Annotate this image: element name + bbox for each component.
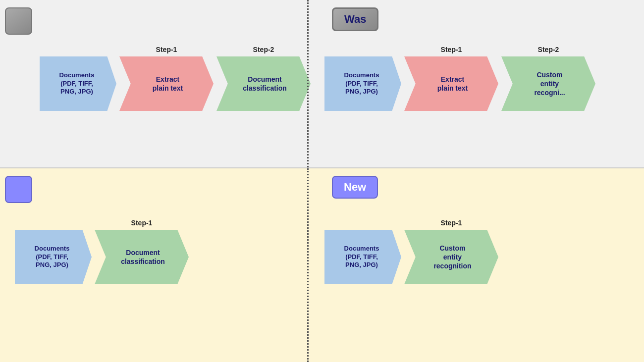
bottom-right-documents-shape: Documents(PDF, TIFF,PNG, JPG) xyxy=(324,230,401,284)
top-right-flow-item-3: Step-2 Customentityrecogni... xyxy=(501,46,595,111)
top-right-recognition-shape: Customentityrecogni... xyxy=(501,56,595,111)
main-container: Was Documents(PDF, TIFF,PNG, JPG) Step-1… xyxy=(0,0,644,362)
bottom-right-flow-item-1: Documents(PDF, TIFF,PNG, JPG) xyxy=(324,218,401,284)
was-badge: Was xyxy=(332,7,378,31)
top-left-flow-item-1: Documents(PDF, TIFF,PNG, JPG) xyxy=(40,45,116,111)
top-left-flow-item-3: Step-2 Documentclassification xyxy=(216,46,311,111)
bottom-left-classification-shape: Documentclassification xyxy=(95,230,189,284)
bottom-left-flow-item-2: Step-1 Documentclassification xyxy=(95,219,189,284)
top-right-flow-item-1: Documents(PDF, TIFF,PNG, JPG) xyxy=(324,45,401,111)
bottom-right-flow-item-2: Step-1 Customentityrecognition xyxy=(404,219,498,284)
bottom-left-badge xyxy=(5,176,32,203)
new-badge: New xyxy=(332,176,378,199)
top-right-extract-shape: Extractplain text xyxy=(404,56,498,111)
bottom-half: New Documents(PDF, TIFF,PNG, JPG) Step-1… xyxy=(0,168,644,362)
top-left-panel: Documents(PDF, TIFF,PNG, JPG) Step-1 Ext… xyxy=(0,0,307,168)
bottom-left-panel: Documents(PDF, TIFF,PNG, JPG) Step-1 Doc… xyxy=(0,168,307,362)
top-left-flow-item-2: Step-1 Extractplain text xyxy=(119,46,214,111)
top-left-extract-shape: Extractplain text xyxy=(119,56,214,111)
bottom-left-flow-item-1: Documents(PDF, TIFF,PNG, JPG) xyxy=(15,218,92,284)
bottom-right-recognition-shape: Customentityrecognition xyxy=(404,230,498,284)
top-left-classification-shape: Documentclassification xyxy=(216,56,311,111)
bottom-left-documents-shape: Documents(PDF, TIFF,PNG, JPG) xyxy=(15,230,92,284)
top-left-badge xyxy=(5,7,32,35)
bottom-divider xyxy=(307,168,309,362)
top-half: Was Documents(PDF, TIFF,PNG, JPG) Step-1… xyxy=(0,0,644,168)
top-divider xyxy=(307,0,309,167)
top-left-documents-shape: Documents(PDF, TIFF,PNG, JPG) xyxy=(40,56,116,111)
top-right-documents-shape: Documents(PDF, TIFF,PNG, JPG) xyxy=(324,56,401,111)
top-right-flow-item-2: Step-1 Extractplain text xyxy=(404,46,498,111)
